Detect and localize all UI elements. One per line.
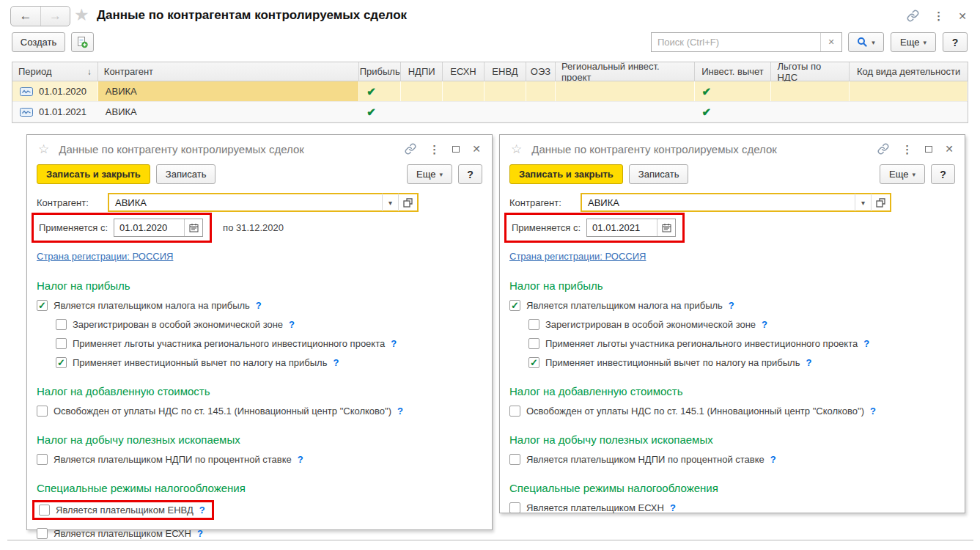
country-row: Страна регистрации: РОССИЯ [27,241,492,263]
search-clear-icon[interactable]: ✕ [820,33,841,51]
help-button[interactable]: ? [458,164,482,184]
checkbox-unchecked[interactable] [37,528,48,539]
favorite-star-outline-icon[interactable]: ☆ [511,142,522,157]
checkbox-unchecked[interactable] [37,406,48,417]
help-question-icon[interactable]: ? [863,338,869,349]
help-question-icon[interactable]: ? [670,502,676,513]
column-header-11[interactable]: Код вида деятельности [850,62,968,81]
help-question-icon[interactable]: ? [870,406,876,417]
checkbox-row: Является плательщиком НДПИ по процентной… [37,454,482,465]
link-icon[interactable] [877,143,889,155]
table-row[interactable]: 01.01.2021АВИКА✔✔ [12,102,968,122]
create-new-icon-button[interactable] [71,32,94,52]
checkbox-unchecked[interactable] [56,338,67,349]
table-cell [850,81,968,101]
table-row[interactable]: 01.01.2020АВИКА✔✔ [12,81,968,102]
column-header-9[interactable]: Инвест. вычет [695,62,772,81]
help-question-icon[interactable]: ? [762,319,767,330]
save-and-close-button[interactable]: Записать и закрыть [37,164,150,184]
help-question-icon[interactable]: ? [391,338,397,349]
back-arrow-icon[interactable]: ← [11,7,40,26]
checkbox-checked[interactable]: ✓ [56,357,67,368]
help-button[interactable]: ? [943,32,968,52]
column-header-5[interactable]: ЕСХН [443,62,485,81]
create-button[interactable]: Создать [12,32,65,52]
column-header-6[interactable]: ЕНВД [485,62,526,81]
checkbox-unchecked[interactable] [37,454,48,465]
country-registration-link[interactable]: Страна регистрации: РОССИЯ [509,251,646,262]
more-button[interactable]: Еще▾ [407,164,452,184]
more-button[interactable]: Еще ▾ [891,32,936,52]
table-header-row: Период↓КонтрагентПрибыльНДПИЕСХНЕНВДОЭЗР… [12,62,968,81]
checkbox-label: Является плательщиком налога на прибыль [54,300,250,311]
table-cell [401,81,443,101]
checkbox-unchecked[interactable] [509,406,520,417]
help-question-icon[interactable]: ? [289,319,295,330]
country-registration-link[interactable]: Страна регистрации: РОССИЯ [37,251,173,262]
checkbox-unchecked[interactable] [528,319,539,330]
help-question-icon[interactable]: ? [199,505,205,516]
checkbox-label: Является плательщиком ЕСХН [54,528,191,539]
maximize-icon[interactable] [452,146,460,153]
forward-arrow-icon[interactable]: → [40,7,70,26]
column-header-4[interactable]: НДПИ [401,62,443,81]
table-cell [443,102,485,122]
column-header-2[interactable]: Контрагент [98,62,359,81]
calendar-icon[interactable] [184,219,202,236]
checkbox-unchecked[interactable] [39,505,50,516]
favorite-star-icon[interactable]: ★ [74,5,89,25]
save-button[interactable]: Записать [629,164,689,184]
favorite-star-outline-icon[interactable]: ☆ [38,142,49,157]
column-header-1[interactable]: Период↓ [12,62,98,81]
help-question-icon[interactable]: ? [729,300,734,311]
open-item-icon[interactable] [872,198,890,208]
counterparty-combobox[interactable]: АВИКА▾ [108,193,419,212]
column-header-10[interactable]: Льготы по НДС [771,62,850,81]
save-and-close-button[interactable]: Записать и закрыть [509,164,623,184]
column-header-3[interactable]: Прибыль [359,62,401,81]
find-button[interactable]: ▾ [848,32,884,52]
column-header-7[interactable]: ОЭЗ [526,62,556,81]
counterparty-label: Контрагент: [37,197,108,208]
checkbox-label: Зарегистрирован в особой экономической з… [545,319,756,330]
calendar-icon[interactable] [657,219,675,236]
help-question-icon[interactable]: ? [806,357,811,368]
applies-from-date-input[interactable]: 01.01.2021 [586,219,676,237]
menu-dots-icon[interactable]: ⋮ [429,144,440,155]
applies-from-date-input[interactable]: 01.01.2020 [114,219,203,237]
chevron-down-icon[interactable]: ▾ [383,199,398,207]
search-input[interactable] [652,33,820,51]
checkbox-label: Применяет инвестиционный вычет по налогу… [73,357,327,368]
close-icon[interactable]: ✕ [472,144,481,154]
close-icon[interactable]: ✕ [958,11,967,21]
link-icon[interactable] [405,143,416,155]
column-header-8[interactable]: Региональный инвест. проект [556,62,695,81]
help-question-icon[interactable]: ? [197,528,203,539]
open-item-icon[interactable] [399,198,417,208]
checkbox-checked[interactable]: ✓ [37,300,48,311]
checkbox-unchecked[interactable] [56,319,67,330]
menu-dots-icon[interactable]: ⋮ [933,10,944,21]
table-cell [526,81,556,101]
counterparty-combobox[interactable]: АВИКА▾ [581,193,891,212]
chevron-down-icon[interactable]: ▾ [855,199,871,207]
close-icon[interactable]: ✕ [945,144,954,154]
checkbox-unchecked[interactable] [528,338,539,349]
maximize-icon[interactable] [925,146,932,153]
help-question-icon[interactable]: ? [298,454,303,465]
link-icon[interactable] [907,10,919,22]
counterparty-value: АВИКА [109,197,382,208]
checkbox-unchecked[interactable] [509,454,520,465]
checkbox-unchecked[interactable] [509,502,520,513]
save-button[interactable]: Записать [156,164,216,184]
help-question-icon[interactable]: ? [397,406,403,417]
help-question-icon[interactable]: ? [770,454,776,465]
more-button[interactable]: Еще▾ [880,164,925,184]
menu-dots-icon[interactable]: ⋮ [902,144,913,155]
help-question-icon[interactable]: ? [333,357,339,368]
help-question-icon[interactable]: ? [256,300,262,311]
help-button[interactable]: ? [931,164,955,184]
checkbox-checked[interactable]: ✓ [528,357,539,368]
checkbox-checked[interactable]: ✓ [509,300,520,311]
section-title: Налог на добавленную стоимость [37,385,482,397]
